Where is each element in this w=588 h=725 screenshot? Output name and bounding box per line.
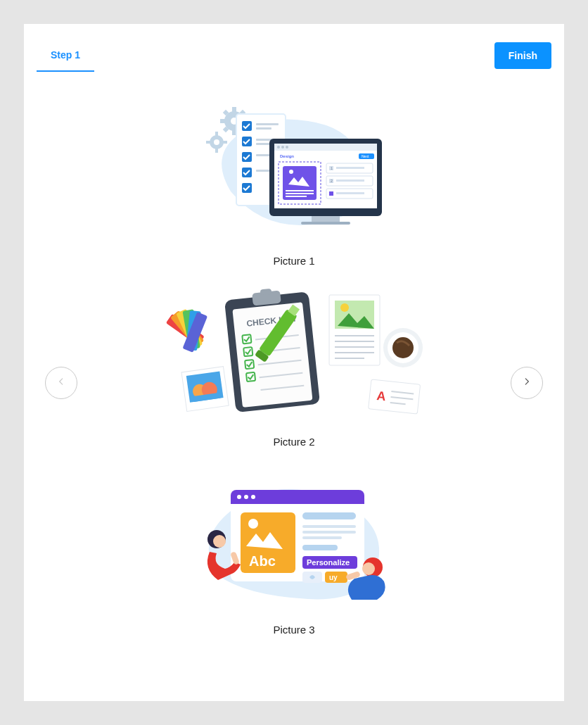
svg-rect-22: [256, 123, 279, 125]
tab-step-1[interactable]: Step 1: [37, 42, 94, 72]
svg-text:1: 1: [331, 166, 333, 170]
svg-rect-12: [215, 132, 218, 136]
list-item: CHECK LIST: [160, 288, 428, 448]
list-item: Design Next 1 2 Picture 1: [196, 100, 392, 267]
list-item: Abc Personalize uy: [188, 469, 400, 636]
svg-rect-44: [286, 196, 307, 197]
chevron-right-icon: [522, 377, 532, 389]
svg-rect-43: [286, 193, 314, 194]
svg-rect-108: [302, 531, 356, 534]
svg-point-102: [244, 495, 248, 499]
svg-rect-110: [302, 545, 338, 550]
svg-rect-30: [312, 216, 340, 222]
svg-rect-4: [232, 107, 236, 113]
wizard-card: Step 1 Finish: [24, 24, 564, 701]
svg-point-103: [251, 495, 255, 499]
illustration-desk-items: CHECK LIST: [160, 288, 428, 422]
svg-rect-23: [256, 127, 271, 130]
item-label: Picture 2: [273, 436, 314, 448]
item-label: Picture 3: [273, 624, 314, 636]
svg-rect-106: [302, 512, 356, 519]
content: Design Next 1 2 Picture 1: [37, 100, 551, 636]
card-letter: A: [376, 389, 387, 403]
image-block-text: Abc: [249, 553, 276, 569]
svg-point-118: [362, 562, 375, 575]
tabs: Step 1: [37, 42, 94, 72]
illustration-monitor-checklist: Design Next 1 2: [196, 100, 392, 241]
svg-point-80: [340, 303, 349, 312]
svg-rect-13: [215, 149, 218, 153]
svg-rect-54: [329, 191, 333, 196]
header: Step 1 Finish: [37, 42, 551, 72]
svg-text:2: 2: [331, 179, 333, 183]
previous-button[interactable]: [45, 367, 77, 399]
next-button[interactable]: [511, 367, 543, 399]
svg-rect-109: [302, 536, 342, 539]
svg-point-101: [237, 495, 241, 499]
personalize-button-text: Personalize: [307, 558, 350, 567]
svg-rect-6: [220, 119, 226, 123]
svg-rect-14: [206, 141, 210, 144]
svg-point-105: [248, 519, 258, 529]
svg-point-3: [214, 139, 219, 145]
svg-rect-55: [336, 192, 364, 194]
svg-rect-107: [302, 525, 356, 528]
svg-rect-15: [223, 141, 227, 144]
illustration-personalize: Abc Personalize uy: [188, 469, 400, 610]
buy-button-text: uy: [329, 574, 338, 581]
svg-rect-25: [256, 143, 271, 145]
svg-rect-48: [336, 167, 364, 169]
chevron-left-icon: [56, 377, 66, 389]
svg-point-115: [213, 535, 226, 548]
svg-point-35: [286, 146, 288, 149]
svg-rect-31: [301, 222, 350, 225]
svg-text:Next: Next: [362, 154, 369, 158]
svg-rect-52: [336, 179, 364, 182]
item-label: Picture 1: [273, 255, 314, 267]
svg-rect-42: [286, 190, 314, 191]
svg-text:Design: Design: [280, 154, 294, 158]
svg-point-41: [289, 170, 293, 174]
svg-point-34: [281, 146, 284, 149]
svg-rect-32: [274, 144, 377, 151]
finish-button[interactable]: Finish: [494, 42, 551, 69]
svg-rect-100: [231, 498, 364, 504]
svg-point-33: [277, 146, 280, 149]
svg-point-88: [392, 337, 414, 358]
